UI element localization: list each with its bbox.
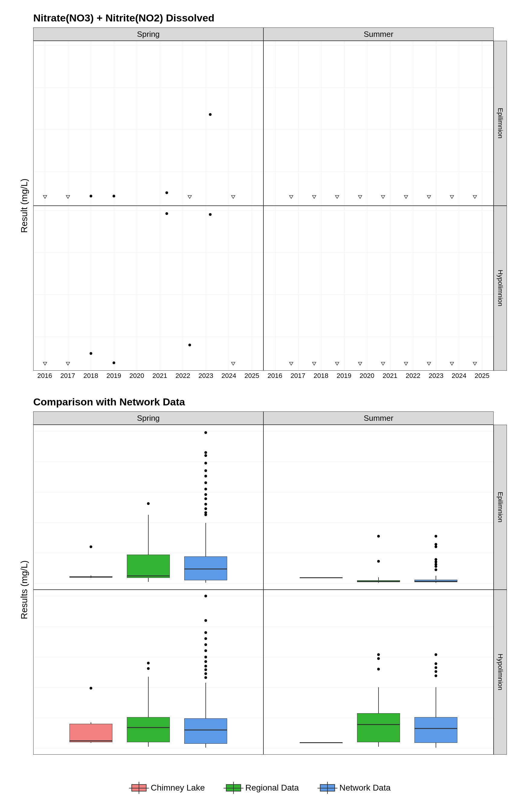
outlier-point <box>377 560 380 563</box>
outlier-point <box>204 475 207 478</box>
non-detect-marker <box>335 195 339 199</box>
non-detect-marker <box>404 195 408 199</box>
svg-marker-9 <box>404 196 408 199</box>
x-tick-label: 2024 <box>221 372 236 380</box>
boxplot-box <box>184 718 227 744</box>
svg-marker-16 <box>289 362 293 365</box>
outlier-point <box>147 502 150 505</box>
svg-marker-8 <box>381 196 385 199</box>
outlier-point <box>204 649 207 652</box>
outlier-point <box>204 511 207 514</box>
box-spring-epi: 0.00.10.20.30.40.5 <box>33 425 263 590</box>
outlier-point <box>435 568 437 571</box>
boxplot-box <box>69 724 113 742</box>
outlier-point <box>204 469 207 472</box>
legend-label-regional: Regional Data <box>245 783 299 793</box>
outlier-point <box>204 503 207 505</box>
x-tick-label: 2025 <box>244 372 259 380</box>
x-tick-label: 2021 <box>153 372 167 380</box>
svg-marker-12 <box>473 196 477 199</box>
x-tick-label: 2019 <box>337 372 351 380</box>
data-point <box>165 212 168 215</box>
top-title: Nitrate(NO3) + Nitrite(NO2) Dissolved <box>33 12 507 24</box>
x-axis-box <box>33 755 494 768</box>
x-tick-label: 2019 <box>106 372 121 380</box>
outlier-point <box>377 657 380 660</box>
boxplot-box <box>127 555 170 578</box>
outlier-point <box>204 493 207 496</box>
data-point <box>209 113 212 116</box>
outlier-point <box>377 653 380 656</box>
outlier-point <box>204 619 207 622</box>
svg-marker-11 <box>450 196 454 199</box>
outlier-point <box>435 558 437 561</box>
page: Nitrate(NO3) + Nitrite(NO2) Dissolved Re… <box>0 0 522 812</box>
legend-network: Network Data <box>320 783 390 793</box>
legend-chimney: Chimney Lake <box>132 783 205 793</box>
non-detect-marker <box>473 362 477 366</box>
outlier-point <box>204 431 207 434</box>
scatter-summer-epi <box>263 41 494 206</box>
bottom-title: Comparison with Network Data <box>33 396 507 408</box>
svg-marker-14 <box>66 362 70 365</box>
y-axis-label: Result (mg/L) <box>15 41 33 371</box>
outlier-point <box>204 655 207 658</box>
non-detect-marker <box>312 195 316 199</box>
y-axis-label-2: Results (mg/L) <box>15 425 33 755</box>
box-summer-epi <box>263 425 494 590</box>
svg-marker-3 <box>232 196 235 199</box>
outlier-point <box>204 668 207 671</box>
boxplot-box <box>127 717 170 742</box>
data-point <box>90 352 93 355</box>
non-detect-marker <box>231 195 235 199</box>
non-detect-marker <box>335 362 339 366</box>
svg-marker-21 <box>404 362 408 365</box>
svg-marker-18 <box>335 362 339 365</box>
x-tick-label: 2024 <box>451 372 466 380</box>
x-tick-label: 2020 <box>360 372 374 380</box>
scatter-spring-epi: 0.050.100.150.20 <box>33 41 263 206</box>
outlier-point <box>435 674 437 677</box>
legend-swatch-chimney <box>132 784 146 791</box>
data-point <box>113 361 115 364</box>
outlier-point <box>435 545 437 548</box>
outlier-point <box>435 543 437 546</box>
outlier-point <box>377 668 380 670</box>
col-header-summer: Summer <box>263 27 494 41</box>
x-tick-label: 2017 <box>290 372 305 380</box>
x-tick-label: 2018 <box>314 372 328 380</box>
svg-marker-2 <box>188 196 192 199</box>
x-axis-years: 2016201720182019202020212022202320242025… <box>33 371 494 384</box>
non-detect-marker <box>427 362 431 366</box>
outlier-point <box>204 665 207 667</box>
non-detect-marker <box>43 195 47 199</box>
boxplot-box <box>357 713 400 742</box>
svg-marker-7 <box>358 196 362 199</box>
svg-marker-10 <box>427 196 431 199</box>
legend-swatch-regional <box>226 784 241 791</box>
data-point <box>113 195 115 198</box>
col-header-spring: Spring <box>33 27 263 41</box>
svg-marker-24 <box>473 362 477 365</box>
svg-marker-4 <box>289 196 293 199</box>
scatter-grid: Result (mg/L) Spring Summer Epilimnion H… <box>15 27 507 384</box>
outlier-point <box>435 666 437 669</box>
legend: Chimney Lake Regional Data Network Data <box>15 783 507 793</box>
non-detect-marker <box>289 195 293 199</box>
outlier-point <box>204 644 207 646</box>
non-detect-marker <box>473 195 477 199</box>
row-header-epi: Epilimnion <box>494 41 507 206</box>
x-tick-label: 2017 <box>60 372 75 380</box>
data-point <box>90 195 93 198</box>
outlier-point <box>435 561 437 563</box>
row-header-epi-2: Epilimnion <box>494 425 507 590</box>
outlier-point <box>377 535 380 537</box>
scatter-spring-hypo: 0.050.100.150.20 <box>33 206 263 371</box>
non-detect-marker <box>381 195 385 199</box>
row-header-hypo: Hypolimnion <box>494 206 507 371</box>
outlier-point <box>147 662 150 664</box>
box-spring-hypo: 0.00.10.20.30.40.5 Nitrate(NO3) + Nitrit… <box>33 590 263 755</box>
data-point <box>165 191 168 194</box>
x-tick-label: 2025 <box>475 372 489 380</box>
x-tick-label: 2023 <box>199 372 213 380</box>
